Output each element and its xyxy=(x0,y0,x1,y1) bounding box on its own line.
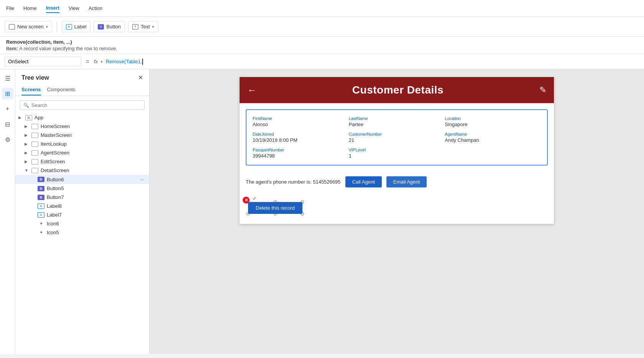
tree-item-detailscreen[interactable]: ▼ DetailScreen xyxy=(15,166,149,175)
firstname-label: FirstName xyxy=(253,116,349,121)
tree-item-agentscreen[interactable]: ▶ AgentScreen xyxy=(15,148,149,157)
agentscreen-arrow: ▶ xyxy=(25,151,30,155)
toolbar-separator-1 xyxy=(57,21,57,32)
firstname-value: Alonso xyxy=(253,122,349,127)
sidebar-title: Tree view xyxy=(21,74,49,81)
tree-item-editscreen[interactable]: ▶ EditScreen xyxy=(15,157,149,166)
param-desc: A record value specifying the row to rem… xyxy=(19,46,117,51)
tree-item-app[interactable]: ▶ ⊞ App xyxy=(15,113,149,122)
field-customernumber: CustomerNumber 21 xyxy=(349,132,445,143)
equals-sign: = xyxy=(84,58,91,65)
button6-icon: B xyxy=(38,177,44,182)
lastname-value: Partee xyxy=(349,122,445,127)
left-icon-strip: ☰ ⊞ + ⊟ ⚙ xyxy=(0,69,15,354)
button6-label: Button6 xyxy=(47,177,64,182)
formula-bar: OnSelect = fx ▾ Remove(Table1, xyxy=(0,54,644,69)
menu-item-insert[interactable]: Insert xyxy=(46,3,59,13)
call-agent-button[interactable]: Call Agent xyxy=(345,176,382,187)
param-name: item: xyxy=(6,46,18,51)
label7-icon: A xyxy=(38,212,44,218)
button-button[interactable]: B Button xyxy=(94,21,125,32)
text-button[interactable]: T Text ▾ xyxy=(128,21,158,32)
delete-area: ✕ ✓ Delete this record xyxy=(240,192,554,224)
menu-bar: File Home Insert View Action xyxy=(0,0,644,17)
label8-label: Label8 xyxy=(47,203,62,209)
back-button[interactable]: ← xyxy=(247,85,256,95)
passportnumber-label: PassportNumber xyxy=(253,148,349,152)
edit-icon[interactable]: ✎ xyxy=(539,85,546,95)
tree-item-label7[interactable]: A Label7 xyxy=(15,210,149,219)
checkmark-icon: ✓ xyxy=(253,196,256,201)
search-input[interactable] xyxy=(31,102,141,108)
search-icon: 🔍 xyxy=(23,103,29,108)
tab-screens[interactable]: Screens xyxy=(21,84,41,95)
add-icon[interactable]: + xyxy=(2,103,13,115)
hamburger-icon[interactable]: ☰ xyxy=(2,72,13,84)
field-lastname: LastName Partee xyxy=(349,116,445,127)
homescreen-label: HomeScreen xyxy=(41,123,70,129)
detailscreen-label: DetailScreen xyxy=(41,168,69,173)
tree-item-masterscreen[interactable]: ▶ MasterScreen xyxy=(15,131,149,140)
menu-item-file[interactable]: File xyxy=(6,4,14,13)
function-signature: Remove(collection, item, ...) xyxy=(6,39,72,45)
new-screen-button[interactable]: New screen ▾ xyxy=(5,21,52,32)
tree-item-button6[interactable]: B Button6 ··· xyxy=(15,175,149,184)
email-agent-button[interactable]: Email Agent xyxy=(386,176,427,187)
location-label: Location xyxy=(445,116,541,121)
homescreen-arrow: ▶ xyxy=(25,124,30,128)
button7-arrow xyxy=(31,195,36,199)
screen-icon xyxy=(9,24,15,30)
viplevel-label: VIPLevel xyxy=(349,148,445,152)
field-agentname: AgentName Andy Champan xyxy=(445,132,541,143)
detailscreen-icon xyxy=(31,168,38,173)
fx-chevron: ▾ xyxy=(101,60,103,64)
page-title: Customer Details xyxy=(352,84,444,96)
masterscreen-arrow: ▶ xyxy=(25,133,30,137)
details-card: FirstName Alonso LastName Partee Locatio… xyxy=(246,109,548,166)
data-icon[interactable]: ⊟ xyxy=(2,118,13,130)
field-datejoined: DateJoined 10/19/2019 8:00 PM xyxy=(253,132,349,143)
field-passportnumber: PassportNumber 39944798 xyxy=(253,148,349,159)
menu-item-view[interactable]: View xyxy=(69,4,79,13)
button6-more[interactable]: ··· xyxy=(140,176,145,182)
formula-input-area[interactable]: Remove(Table1, xyxy=(106,59,639,65)
tab-components[interactable]: Components xyxy=(47,84,76,95)
tree-item-label8[interactable]: A Label8 xyxy=(15,202,149,210)
formula-cursor xyxy=(142,59,143,65)
icon5-icon: ✦ xyxy=(38,230,44,235)
viplevel-value: 1 xyxy=(349,153,445,159)
layers-icon[interactable]: ⊞ xyxy=(2,88,13,99)
customernumber-label: CustomerNumber xyxy=(349,132,445,136)
icon6-label: Icon6 xyxy=(47,221,59,227)
new-screen-chevron: ▾ xyxy=(46,25,48,29)
tree-item-button7[interactable]: B Button7 xyxy=(15,193,149,202)
button7-icon: B xyxy=(38,195,44,200)
button6-arrow xyxy=(31,177,36,182)
property-selector[interactable]: OnSelect xyxy=(5,57,81,66)
sidebar-close-button[interactable]: ✕ xyxy=(138,74,143,81)
icon6-arrow xyxy=(31,222,36,226)
location-value: Singapore xyxy=(445,122,541,127)
tree-item-itemlookup[interactable]: ▶ ItemLookup xyxy=(15,140,149,148)
main-layout: ☰ ⊞ + ⊟ ⚙ Tree view ✕ Screens Components… xyxy=(0,69,644,354)
app-label: App xyxy=(34,115,43,120)
itemlookup-label: ItemLookup xyxy=(41,141,67,147)
tree-item-homescreen[interactable]: ▶ HomeScreen xyxy=(15,122,149,131)
label-button[interactable]: A Label xyxy=(62,21,91,32)
search-box: 🔍 xyxy=(20,100,145,110)
delete-record-button[interactable]: Delete this record xyxy=(248,202,302,214)
app-canvas: ← Customer Details ✎ FirstName Alonso La… xyxy=(240,77,554,224)
agent-phone-text: The agent's phone number is: 5145526695 xyxy=(246,179,341,185)
tree-item-icon6[interactable]: ✦ Icon6 xyxy=(15,219,149,228)
menu-item-home[interactable]: Home xyxy=(23,4,37,13)
editscreen-icon xyxy=(31,159,38,164)
button7-label: Button7 xyxy=(47,194,64,200)
toolbar: New screen ▾ A Label B Button T Text ▾ xyxy=(0,17,644,37)
sidebar: Tree view ✕ Screens Components 🔍 ▶ ⊞ App… xyxy=(15,69,150,354)
customernumber-value: 21 xyxy=(349,137,445,143)
editscreen-arrow: ▶ xyxy=(25,159,30,164)
menu-item-action[interactable]: Action xyxy=(89,4,102,13)
tree-item-button5[interactable]: B Button5 xyxy=(15,184,149,193)
settings-icon[interactable]: ⚙ xyxy=(2,134,13,145)
tree-item-icon5[interactable]: ✦ Icon5 xyxy=(15,228,149,237)
